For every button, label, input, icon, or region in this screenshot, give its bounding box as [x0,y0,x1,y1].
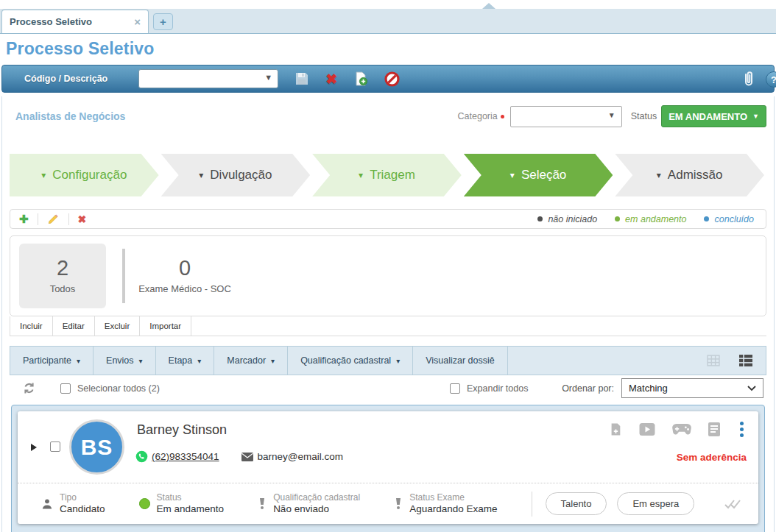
refresh-icon [23,382,35,394]
red-x-icon: ✖ [325,71,337,88]
filter-envios[interactable]: Envios ▾ [94,347,156,375]
order-by-select[interactable]: Matching [621,378,763,398]
step-triagem[interactable]: ▾ Triagem [312,154,462,196]
step-admissao[interactable]: ▾ Admissão [615,154,764,196]
dot-icon [615,216,620,221]
delete-button[interactable]: ✖ [325,71,337,88]
talento-button[interactable]: Talento [546,492,607,515]
duplicate-button[interactable] [353,71,368,86]
step-configuracao[interactable]: ▾ Configuração [10,154,159,196]
tab-importar[interactable]: Importar [140,316,191,336]
chevron-down-icon: ▾ [77,357,80,365]
step-label: Seleção [521,168,566,182]
tab-excluir[interactable]: Excluir [95,316,141,336]
codigo-descricao-select[interactable]: ▼ [138,69,278,88]
status-dot-icon [139,498,150,509]
video-icon [639,423,655,436]
select-all-checkbox[interactable] [60,383,71,394]
save-button[interactable] [294,71,309,86]
video-button[interactable] [639,423,655,436]
em-espera-button[interactable]: Em espera [617,492,694,515]
gamepad-icon [672,424,691,435]
chevron-down-icon: ▾ [139,357,143,365]
floppy-icon [294,71,309,86]
plus-icon: + [160,15,166,28]
app-screen: Processo Seletivo × + Processo Seletivo … [0,0,776,532]
whatsapp-icon [135,450,148,463]
games-button[interactable] [672,424,691,435]
status-dropdown-button[interactable]: EM ANDAMENTO ▼ [661,105,766,127]
tile-label: Exame Médico - SOC [133,283,236,295]
step-label: Admissão [668,168,723,182]
attachment-button[interactable] [741,71,755,88]
dot-icon [537,216,543,221]
filter-marcador[interactable]: Marcador ▾ [214,347,288,375]
expand-all-checkbox[interactable] [450,383,460,394]
steps-toolbar: ✚ ✖ não iniciado em andamento concluído [10,209,766,229]
filter-visualizar-dossie[interactable]: Visualizar dossiê [413,347,508,375]
notes-icon [708,422,720,436]
adherence-badge: Sem aderência [677,452,747,463]
tile-count: 2 [57,256,68,280]
filter-bar: Participante ▾ Envios ▾ Etapa ▾ Marcador… [10,346,766,375]
add-step-button[interactable]: ✚ [19,213,29,226]
chevron-down-icon: ▾ [657,170,661,180]
vertical-divider [532,492,532,517]
grid-view-button[interactable] [707,355,720,366]
tile-count: 0 [179,256,191,280]
info-qualificacao-cadastral: Qualificação cadastral Não enviado [258,492,360,516]
chevron-down-icon: ▼ [264,73,272,82]
status-value: EM ANDAMENTO [669,111,747,122]
step-selecao[interactable]: ▾ Seleção [464,154,613,196]
chevron-down-icon: ▾ [41,170,46,180]
chevron-down-icon [747,386,756,391]
expand-row-arrow-icon[interactable] [31,444,37,451]
main-toolbar: Código / Descrição ▼ ✖ ? [1,65,775,93]
expand-all-label: Expandir todos [467,383,528,394]
remove-step-button[interactable]: ✖ [78,213,87,225]
info-tipo: Tipo Candidato [41,492,105,516]
order-by-label: Ordenar por: [562,383,614,394]
categoria-label: Categoria [458,111,498,121]
tab-label: Processo Seletivo [10,16,134,27]
tab-processo-seletivo[interactable]: Processo Seletivo × [1,10,149,33]
chevron-down-icon: ▼ [608,111,615,119]
counter-tiles: 2 Todos 0 Exame Médico - SOC [10,235,766,316]
filter-qualificacao-cadastral[interactable]: Qualificação cadastral ▾ [288,347,413,375]
chevron-down-icon: ▾ [396,357,400,365]
refresh-button[interactable] [23,382,35,394]
tile-exame-medico[interactable]: 0 Exame Médico - SOC [141,244,228,308]
action-tabs: Incluir Editar Excluir Importar [10,316,766,336]
list-controls: Selecionar todos (2) Expandir todos Orde… [10,375,766,401]
tab-incluir[interactable]: Incluir [10,316,53,336]
tab-editar[interactable]: Editar [53,316,95,336]
filter-etapa[interactable]: Etapa ▾ [156,347,215,375]
exclamation-icon [394,497,403,510]
grid-icon [707,355,720,366]
participant-checkbox[interactable] [50,441,60,452]
categoria-select[interactable]: ▼ [510,106,622,127]
add-document-button[interactable] [609,422,622,436]
cancel-button[interactable] [384,71,400,87]
avatar: BS [69,419,124,475]
participant-name: Barney Stinson [137,422,227,438]
double-check-button[interactable] [724,499,741,509]
more-options-button[interactable] [737,422,747,437]
tile-todos[interactable]: 2 Todos [19,244,106,308]
pencil-icon [47,213,60,225]
chevron-down-icon: ▾ [359,170,363,180]
help-button[interactable]: ? [766,71,776,88]
step-divulgacao[interactable]: ▾ Divulgação [161,154,311,196]
new-tab-button[interactable]: + [153,13,173,30]
close-icon[interactable]: × [134,15,141,28]
list-view-button[interactable] [739,355,752,366]
edit-step-button[interactable] [47,213,60,225]
document-plus-icon [353,71,368,86]
chevron-down-icon: ▾ [510,170,515,180]
phone-link[interactable]: (62)983354041 [152,451,219,462]
scroll-up-caret-icon[interactable] [482,3,495,9]
filter-participante[interactable]: Participante ▾ [10,347,94,375]
status-legend: não iniciado em andamento concluído [537,214,757,224]
notes-button[interactable] [708,422,720,436]
legend-em-andamento: em andamento [615,214,686,224]
